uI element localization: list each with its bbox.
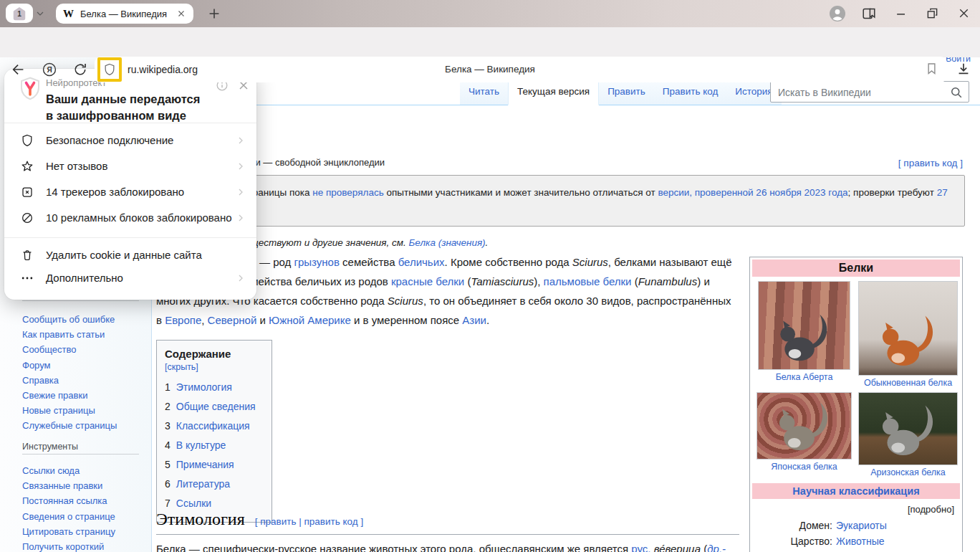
close-window-button[interactable]	[956, 6, 971, 21]
sidebar-item[interactable]: Форум	[22, 358, 117, 373]
taxobox-title: Белки	[752, 260, 960, 277]
sidebar-item[interactable]: Сведения о странице	[22, 509, 115, 524]
image-caption[interactable]: Белка Аберта	[753, 372, 855, 382]
browser-tab[interactable]: W Белка — Википедия	[56, 4, 193, 24]
sidebar-header-tools: Инструменты	[22, 442, 139, 455]
sidebar-item[interactable]: Цитировать страницу	[22, 524, 115, 539]
section-heading-row: Этимология[ править | править код ]	[156, 510, 739, 535]
taxobox-figure: Японская белка	[753, 392, 855, 482]
taxobox: Белки Белка Аберта Обыкновенная белка	[749, 257, 963, 552]
browser-window: Вы не представились системе Обсуждение В…	[0, 0, 980, 552]
classification-row: Тип:Хордовые	[752, 549, 960, 552]
protect-popup: Нейропротект Ваши данные передаются в за…	[4, 69, 256, 300]
chevron-down-icon[interactable]	[34, 8, 46, 19]
protect-shield-highlight[interactable]	[97, 57, 122, 82]
squirrel-image-japanese[interactable]	[756, 392, 852, 460]
more-options-row[interactable]: Дополнительно	[4, 265, 256, 291]
section-edit-links[interactable]: [ править | править код ]	[255, 516, 363, 527]
divider	[4, 237, 256, 238]
toc-title: Содержание	[165, 348, 231, 360]
image-caption[interactable]: Японская белка	[753, 462, 855, 472]
classification-details-link[interactable]: [подробно]	[752, 499, 960, 517]
toc-item[interactable]: 1Этимология	[165, 378, 264, 397]
image-caption[interactable]: Обыкновенная белка	[857, 378, 959, 388]
minimize-button[interactable]	[894, 6, 908, 21]
toc-item[interactable]: 2Общие сведения	[165, 397, 264, 417]
trash-icon	[20, 248, 34, 262]
tab-counter-badge: 1	[11, 6, 27, 22]
brand-shield-icon	[16, 75, 44, 103]
search-icon[interactable]	[949, 85, 964, 100]
toc-item[interactable]: 4В культуре	[165, 436, 264, 455]
chevron-right-icon	[235, 161, 246, 172]
wikipedia-favicon: W	[63, 8, 74, 20]
address-bar[interactable]: ru.wikipedia.org	[95, 57, 947, 82]
search-input[interactable]	[777, 82, 950, 103]
popup-headline: Ваши данные передаются в зашифрованном в…	[46, 91, 201, 124]
sidebar-item[interactable]: Получить короткий	[22, 539, 115, 552]
classification-rows: Домен:Эукариоты Царство:Животные Тип:Хор…	[752, 518, 960, 552]
squirrel-image-aberta[interactable]	[758, 281, 850, 370]
sidebar-item[interactable]: Связанные правки	[22, 478, 115, 493]
sidebar-participation-list: Сообщить об ошибке Как править статьи Со…	[22, 312, 117, 434]
taxobox-figure: Белка Аберта	[753, 281, 855, 392]
toc-item[interactable]: 6Литература	[165, 475, 264, 494]
classification-row: Домен:Эукариоты	[752, 518, 960, 534]
url-text[interactable]: ru.wikipedia.org	[128, 57, 198, 82]
reviews-row[interactable]: Нет отзывов	[4, 153, 256, 179]
yandex-icon[interactable]: Я	[42, 62, 57, 77]
sidebar-item[interactable]: Как править статьи	[22, 327, 117, 342]
sidebar-item[interactable]: Новые страницы	[22, 403, 117, 418]
sidebar-item[interactable]: Постоянная ссылка	[22, 493, 115, 508]
svg-text:1: 1	[17, 10, 21, 18]
taxobox-figure: Аризонская белка	[857, 392, 959, 482]
squirrel-image-arizona[interactable]	[858, 392, 958, 465]
back-button[interactable]	[11, 62, 27, 77]
chevron-right-icon	[235, 272, 246, 284]
etymology-paragraph: Белка — специфически-русское название жи…	[156, 539, 739, 552]
new-tab-button[interactable]	[206, 6, 222, 22]
tab-close-icon[interactable]	[176, 9, 186, 19]
toc-hide-link[interactable]: [скрыть]	[165, 362, 198, 372]
table-of-contents: Содержание [скрыть] 1Этимология 2Общие с…	[156, 340, 272, 523]
chevron-right-icon	[235, 135, 246, 146]
toc-item[interactable]: 3Классификация	[165, 417, 264, 436]
trackers-blocked-row[interactable]: 14 трекеров заблокировано	[4, 179, 256, 205]
download-icon[interactable]	[956, 61, 971, 77]
tab-title: Белка — Википедия	[80, 9, 170, 19]
delete-cookies-row[interactable]: Удалить cookie и данные сайта	[4, 242, 256, 268]
sidebar-item[interactable]: Свежие правки	[22, 388, 117, 403]
squirrel-image-vulgaris[interactable]	[858, 281, 958, 376]
divider	[4, 123, 256, 123]
panel-bookmark-icon[interactable]	[861, 6, 877, 22]
secure-connection-row[interactable]: Безопасное подключение	[4, 128, 256, 153]
classification-row: Царство:Животные	[752, 534, 960, 550]
star-icon	[20, 159, 34, 173]
wiki-search-box	[770, 81, 969, 103]
svg-text:Я: Я	[47, 66, 52, 74]
more-dots-icon	[20, 271, 34, 285]
browser-chrome: 1 W Белка — Википедия	[0, 0, 980, 57]
reload-button[interactable]	[72, 62, 88, 77]
chevron-right-icon	[235, 212, 246, 224]
sidebar-item[interactable]: Справка	[22, 373, 117, 388]
sidebar-item[interactable]: Сообщество	[22, 342, 117, 357]
profile-avatar[interactable]	[829, 5, 846, 22]
toc-item[interactable]: 5Примечания	[165, 455, 264, 475]
image-caption[interactable]: Аризонская белка	[857, 467, 959, 477]
sidebar-item[interactable]: Сообщить об ошибке	[22, 312, 117, 327]
etymology-heading: Этимология	[156, 510, 245, 528]
restore-window-button[interactable]	[925, 6, 940, 21]
classification-header[interactable]: Научная классификация	[752, 483, 960, 499]
tab-counter-button[interactable]: 1	[6, 4, 33, 23]
tracker-blocked-icon	[20, 185, 34, 199]
sidebar-tools-list: Ссылки сюда Связанные правки Постоянная …	[22, 463, 115, 552]
ads-blocked-row[interactable]: 10 рекламных блоков заблокировано	[4, 205, 256, 231]
sidebar-item[interactable]: Ссылки сюда	[22, 463, 115, 478]
bookmark-icon[interactable]	[924, 61, 939, 76]
browser-toolbar: Я ru.wikipedia.org Белка — Википедия	[0, 27, 980, 57]
edit-source-link[interactable]: [ править код ]	[898, 158, 963, 168]
sidebar-item[interactable]: Служебные страницы	[22, 418, 117, 433]
adblock-icon	[20, 211, 34, 225]
shield-icon	[102, 62, 117, 77]
